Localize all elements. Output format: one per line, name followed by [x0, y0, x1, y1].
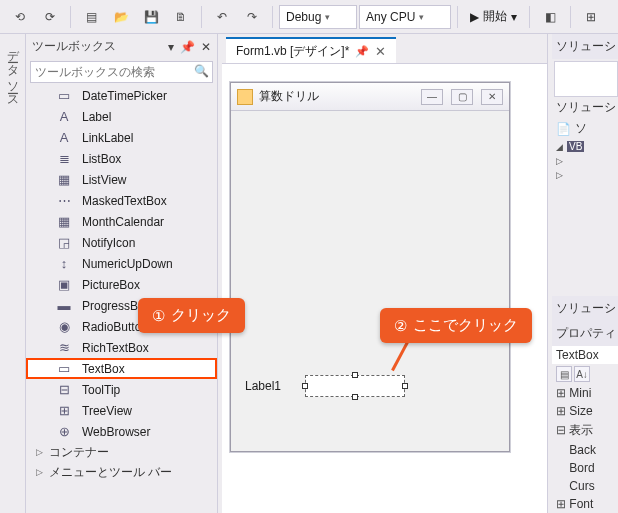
chevron-down-icon[interactable]: ▾	[168, 40, 174, 54]
platform-dropdown[interactable]: Any CPU ▾	[359, 5, 451, 29]
tool-icon: ≣	[56, 151, 72, 167]
solution-item[interactable]: ▷	[552, 168, 618, 182]
separator	[457, 6, 458, 28]
close-icon[interactable]: ✕	[201, 40, 211, 54]
toolbox-item-webbrowser[interactable]: ⊕WebBrowser	[26, 421, 217, 442]
callout-number: ②	[394, 317, 407, 335]
open-file-button[interactable]: 📂	[107, 5, 135, 29]
tool-label: NotifyIcon	[82, 236, 135, 250]
toolbox-item-listbox[interactable]: ≣ListBox	[26, 148, 217, 169]
separator	[570, 6, 571, 28]
toolbox-item-notifyicon[interactable]: ◲NotifyIcon	[26, 232, 217, 253]
close-icon[interactable]: ✕	[375, 44, 386, 59]
toolbox-item-textbox[interactable]: ▭TextBox	[26, 358, 217, 379]
toolbox-item-tooltip[interactable]: ⊟ToolTip	[26, 379, 217, 400]
nav-back-button[interactable]: ⟲	[6, 5, 34, 29]
toolbox-item-label[interactable]: ALabel	[26, 106, 217, 127]
tool-icon: ▣	[56, 277, 72, 293]
toolbox-item-treeview[interactable]: ⊞TreeView	[26, 400, 217, 421]
toolbox-item-picturebox[interactable]: ▣PictureBox	[26, 274, 217, 295]
toolbar-button[interactable]: ◧	[536, 5, 564, 29]
toolbox-group[interactable]: ▷メニューとツール バー	[26, 462, 217, 482]
undo-button[interactable]: ↶	[208, 5, 236, 29]
resize-handle[interactable]	[302, 383, 308, 389]
chevron-down-icon: ▾	[511, 10, 517, 24]
toolbox-item-numericupdown[interactable]: ↕NumericUpDown	[26, 253, 217, 274]
tool-icon: ↕	[56, 256, 72, 272]
solution-item[interactable]: ◢ VB	[552, 139, 618, 154]
separator	[201, 6, 202, 28]
tool-icon: ▭	[56, 361, 72, 377]
tool-icon: ⊟	[56, 382, 72, 398]
expander-icon: ⊞	[556, 497, 566, 511]
save-all-button[interactable]: 🗎	[167, 5, 195, 29]
toolbox-item-linklabel[interactable]: ALinkLabel	[26, 127, 217, 148]
solution-subtitle: ソリューシ	[552, 97, 618, 118]
textbox-placement[interactable]	[305, 375, 405, 397]
expand-icon: ▷	[36, 467, 43, 477]
pin-icon[interactable]: 📌	[180, 40, 195, 54]
alpha-sort-icon[interactable]: A↓	[574, 366, 590, 382]
resize-handle[interactable]	[352, 372, 358, 378]
expand-icon: ▷	[556, 170, 563, 180]
datasource-side-tab[interactable]: データ ソース	[0, 34, 26, 513]
expander-icon: ⊟	[556, 423, 566, 437]
toolbox-item-listview[interactable]: ▦ListView	[26, 169, 217, 190]
property-row[interactable]: ⊞ Size	[552, 402, 618, 420]
tool-label: Label	[82, 110, 111, 124]
nav-forward-button[interactable]: ⟳	[36, 5, 64, 29]
tool-label: TextBox	[82, 362, 125, 376]
property-row[interactable]: Bord	[552, 459, 618, 477]
tool-icon: ≋	[56, 340, 72, 356]
toolbox-search: 🔍	[30, 61, 213, 83]
tab-form1-design[interactable]: Form1.vb [デザイン]* 📌 ✕	[226, 37, 396, 63]
tool-icon: ◉	[56, 319, 72, 335]
tool-label: ListView	[82, 173, 126, 187]
center-area: Form1.vb [デザイン]* 📌 ✕ 算数ドリル — ▢ ✕ Label1	[222, 34, 548, 513]
properties-object[interactable]: TextBox	[552, 346, 618, 364]
config-label: Debug	[286, 10, 321, 24]
label1-control[interactable]: Label1	[245, 379, 281, 393]
toolbox-item-monthcalendar[interactable]: ▦MonthCalendar	[26, 211, 217, 232]
expand-icon: ▷	[556, 156, 563, 166]
tool-icon: A	[56, 109, 72, 125]
property-row[interactable]: ⊞ Mini	[552, 384, 618, 402]
categorized-icon[interactable]: ▤	[556, 366, 572, 382]
vb-icon: VB	[567, 141, 584, 152]
new-file-button[interactable]: ▤	[77, 5, 105, 29]
form-design-window[interactable]: 算数ドリル — ▢ ✕ Label1	[230, 82, 510, 452]
tool-label: MonthCalendar	[82, 215, 164, 229]
resize-handle[interactable]	[402, 383, 408, 389]
property-row[interactable]: Back	[552, 441, 618, 459]
search-input[interactable]	[30, 61, 213, 83]
form-titlebar: 算数ドリル — ▢ ✕	[231, 83, 509, 111]
property-row[interactable]: ⊞ Font	[552, 495, 618, 513]
toolbox-group[interactable]: ▷コンテナー	[26, 442, 217, 462]
solution-explorer-title: ソリューシ	[552, 34, 618, 59]
resize-handle[interactable]	[352, 394, 358, 400]
tab-label: Form1.vb [デザイン]*	[236, 43, 349, 60]
toolbox-item-datetimepicker[interactable]: ▭DateTimePicker	[26, 85, 217, 106]
property-row[interactable]: Curs	[552, 477, 618, 495]
save-button[interactable]: 💾	[137, 5, 165, 29]
annotation-callout-1: ① クリック	[138, 298, 245, 333]
tool-icon: ⊞	[56, 403, 72, 419]
config-dropdown[interactable]: Debug ▾	[279, 5, 357, 29]
group-label: コンテナー	[49, 444, 109, 461]
pin-icon[interactable]: 📌	[355, 45, 369, 58]
solution-item[interactable]: ▷	[552, 154, 618, 168]
form-client-area[interactable]: Label1	[231, 111, 509, 451]
design-surface[interactable]: 算数ドリル — ▢ ✕ Label1	[222, 64, 547, 513]
properties-toolbar: ▤ A↓	[552, 364, 618, 384]
toolbox-panel: ツールボックス ▾ 📌 ✕ 🔍 ▭DateTimePickerALabelALi…	[26, 34, 218, 513]
property-row[interactable]: ⊟ 表示	[552, 420, 618, 441]
tool-icon: ⊕	[56, 424, 72, 440]
toolbox-item-richtextbox[interactable]: ≋RichTextBox	[26, 337, 217, 358]
solution-item[interactable]: 📄 ソ	[552, 118, 618, 139]
redo-button[interactable]: ↷	[238, 5, 266, 29]
start-debug-button[interactable]: ▶ 開始 ▾	[464, 5, 523, 29]
toolbar-button[interactable]: ⊞	[577, 5, 605, 29]
toolbox-item-maskedtextbox[interactable]: ⋯MaskedTextBox	[26, 190, 217, 211]
tool-label: TreeView	[82, 404, 132, 418]
tool-label: PictureBox	[82, 278, 140, 292]
